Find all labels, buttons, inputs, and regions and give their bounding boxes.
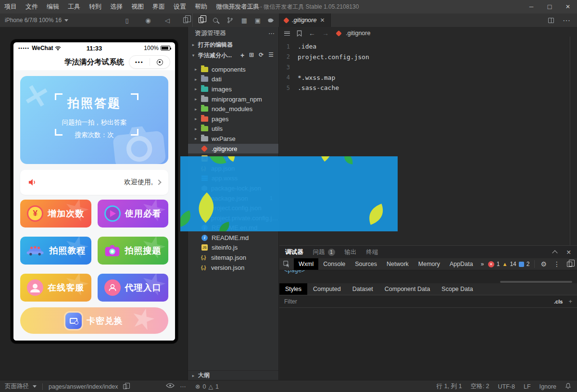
- code-line-1[interactable]: 1.idea: [279, 41, 567, 52]
- bookmark-icon[interactable]: [297, 30, 302, 37]
- search-icon[interactable]: [209, 13, 222, 27]
- menu-item-界面[interactable]: 界面: [148, 0, 169, 13]
- menu-item-工具[interactable]: 工具: [63, 0, 85, 13]
- tree-item-.gitignore[interactable]: .gitignore: [188, 144, 278, 154]
- grid-button-拍照搜题[interactable]: ★拍照搜题: [98, 237, 169, 265]
- minimize-button[interactable]: ─: [522, 0, 540, 13]
- more-actions-icon[interactable]: ⋯: [563, 16, 570, 25]
- horizontal-scrollbar[interactable]: [500, 281, 572, 283]
- menu-item-视图[interactable]: 视图: [127, 0, 148, 13]
- panel-tab-问题[interactable]: 问题1: [313, 248, 335, 256]
- tab-gitignore[interactable]: .gitignore ✕: [279, 13, 331, 27]
- more-tabs-icon[interactable]: »: [478, 261, 487, 267]
- inspect-element-icon[interactable]: [279, 261, 294, 267]
- outline-section[interactable]: ▸ 大纲: [188, 370, 278, 380]
- devtools-tab-Console[interactable]: Console: [318, 258, 350, 270]
- kebab-menu-icon[interactable]: ⋮: [553, 260, 560, 268]
- menu-item-设置[interactable]: 设置: [169, 0, 190, 13]
- eye-icon[interactable]: [166, 383, 175, 390]
- devtools-tab-Wxml[interactable]: Wxml: [294, 258, 318, 270]
- inspector-tab-computed[interactable]: Computed: [307, 283, 347, 295]
- inspector-tab-scope-data[interactable]: Scope Data: [436, 283, 478, 295]
- undock-icon[interactable]: [567, 262, 572, 267]
- project-section[interactable]: ▾ 学法减分小... + ⊞ ⟳ ☰: [188, 50, 278, 61]
- inspector-tab-styles[interactable]: Styles: [279, 283, 307, 295]
- devtools-tab-AppData[interactable]: AppData: [445, 258, 478, 270]
- panel-tab-输出[interactable]: 输出: [345, 248, 357, 256]
- photo-answer-card[interactable]: ✕ 拍照答题 问题拍一拍，秒出答案 搜索次数：次: [20, 76, 168, 164]
- gear-icon[interactable]: ⚙: [540, 260, 547, 268]
- grid-button-拍照教程[interactable]: ★拍照教程: [20, 237, 91, 265]
- menu-item-帮助[interactable]: 帮助: [190, 0, 212, 13]
- encoding[interactable]: UTF-8: [498, 383, 515, 390]
- new-file-icon[interactable]: +: [240, 51, 244, 59]
- tree-item-pages[interactable]: ▸pages: [188, 114, 278, 124]
- tree-item-miniprogram_npm[interactable]: ▸miniprogram_npm: [188, 94, 278, 104]
- back-arrow-icon[interactable]: ←: [309, 29, 315, 37]
- code-line-5[interactable]: 5.sass-cache: [279, 83, 567, 93]
- cls-button[interactable]: .cls: [554, 299, 563, 304]
- tree-item-sitemap.json[interactable]: {..}sitemap.json: [188, 253, 278, 263]
- grid-button-代理入口[interactable]: ★代理入口: [98, 274, 169, 302]
- panel-tab-终端[interactable]: 终端: [366, 248, 378, 256]
- capsule-menu[interactable]: •••: [129, 55, 170, 69]
- bell-icon[interactable]: [565, 382, 571, 391]
- copy-icon[interactable]: [123, 384, 127, 389]
- more-icon[interactable]: ⋯: [180, 380, 186, 392]
- page-path[interactable]: pages/answer/index/index: [49, 383, 118, 390]
- maximize-button[interactable]: □: [540, 0, 559, 13]
- tree-item-images[interactable]: ▸images: [188, 84, 278, 94]
- indentation[interactable]: 空格: 2: [471, 382, 489, 391]
- more-menu-icon[interactable]: •••: [129, 59, 150, 65]
- collapse-panel-icon[interactable]: [552, 250, 557, 255]
- tree-item-node_modules[interactable]: ▸node_modules: [188, 104, 278, 114]
- language-mode[interactable]: Ignore: [539, 383, 556, 390]
- code-line-3[interactable]: 3: [279, 62, 567, 73]
- tree-item-components[interactable]: ▸components: [188, 64, 278, 75]
- new-folder-icon[interactable]: ⊞: [249, 51, 254, 59]
- menu-item-转到[interactable]: 转到: [85, 0, 106, 13]
- code-area[interactable]: 1.idea2project.config.json34*.wxss.map5.…: [279, 41, 567, 93]
- tree-item-siteinfo.js[interactable]: JSsiteinfo.js: [188, 243, 278, 253]
- device-selector[interactable]: iPhone 6/7/8 100% 16: [5, 13, 68, 27]
- refresh-icon[interactable]: ⟳: [259, 51, 263, 59]
- list-icon[interactable]: [284, 31, 290, 36]
- panel-tab-调试器[interactable]: 调试器: [285, 248, 303, 256]
- redeem-button[interactable]: ★卡密兑换: [20, 307, 168, 334]
- inspector-tab-component-data[interactable]: Component Data: [379, 283, 436, 295]
- menu-item-编辑[interactable]: 编辑: [42, 0, 63, 13]
- layout-icon[interactable]: ▣: [251, 13, 264, 27]
- plugins-icon[interactable]: ▦: [238, 13, 251, 27]
- files-icon[interactable]: [194, 13, 208, 27]
- devtools-tab-Sources[interactable]: Sources: [350, 258, 382, 270]
- mute-icon[interactable]: ◁: [161, 13, 174, 27]
- code-line-2[interactable]: 2project.config.json: [279, 52, 567, 63]
- close-tab-icon[interactable]: ✕: [320, 17, 325, 24]
- problems-indicator[interactable]: ⊗ 0 △ 1: [195, 380, 219, 392]
- code-line-4[interactable]: 4*.wxss.map: [279, 73, 567, 83]
- filter-input[interactable]: Filter: [284, 298, 297, 305]
- add-style-button[interactable]: +: [568, 298, 572, 305]
- eol[interactable]: LF: [524, 383, 531, 390]
- warning-count[interactable]: 14: [510, 261, 516, 267]
- menu-item-项目[interactable]: 项目: [0, 0, 21, 13]
- devtools-tab-Network[interactable]: Network: [382, 258, 414, 270]
- element-preview[interactable]: <page>: [279, 270, 577, 276]
- page-path-label[interactable]: 页面路径: [5, 382, 29, 391]
- tree-item-version.json[interactable]: {..}version.json: [188, 263, 278, 273]
- tree-item-utils[interactable]: ▸utils: [188, 124, 278, 134]
- close-circle-icon[interactable]: [150, 59, 170, 65]
- grid-button-在线客服[interactable]: ★在线客服: [20, 274, 91, 302]
- git-branch-icon[interactable]: [223, 13, 237, 27]
- record-icon[interactable]: ◉: [141, 13, 155, 27]
- inspector-tab-dataset[interactable]: Dataset: [347, 283, 379, 295]
- devtools-tab-Memory[interactable]: Memory: [414, 258, 445, 270]
- forward-arrow-icon[interactable]: →: [322, 29, 329, 37]
- notice-bar[interactable]: 欢迎使用,: [20, 170, 168, 195]
- menu-item-文件[interactable]: 文件: [21, 0, 42, 13]
- explorer-more-icon[interactable]: ⋯: [268, 30, 275, 37]
- tree-item-dati[interactable]: ▸dati: [188, 75, 278, 85]
- phone-icon[interactable]: ▯: [120, 13, 134, 27]
- cursor-position[interactable]: 行 1, 列 1: [437, 382, 462, 391]
- error-count[interactable]: 1: [497, 261, 500, 267]
